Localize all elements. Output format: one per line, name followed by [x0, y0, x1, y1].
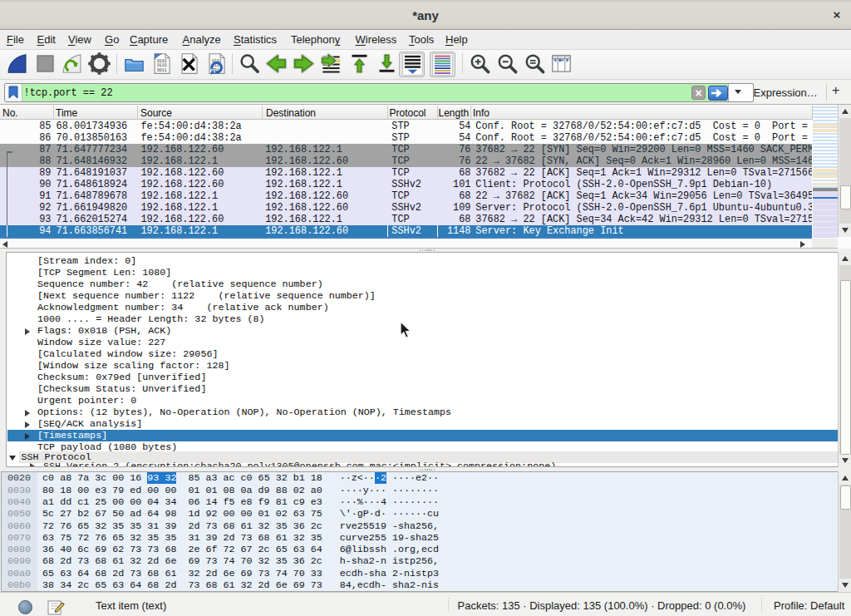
svg-text:0011: 0011 [157, 68, 167, 72]
